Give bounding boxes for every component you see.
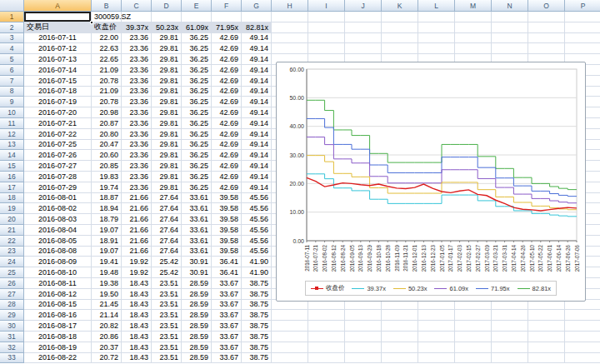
cell-G27[interactable]: 38.75 bbox=[242, 289, 272, 300]
cell-F2[interactable]: 71.95x bbox=[212, 22, 242, 33]
row-header-18[interactable]: 18 bbox=[0, 193, 24, 204]
row-header-22[interactable]: 22 bbox=[0, 236, 24, 247]
cell-N30[interactable] bbox=[492, 321, 528, 332]
cell-K33[interactable] bbox=[382, 353, 418, 364]
column-header-K[interactable]: K bbox=[382, 0, 418, 12]
cell-G33[interactable]: 38.75 bbox=[242, 353, 272, 364]
cell-B33[interactable]: 20.72 bbox=[92, 353, 122, 364]
cell-A22[interactable]: 2016-08-05 bbox=[24, 236, 92, 247]
column-header-J[interactable]: J bbox=[345, 0, 382, 12]
cell-E20[interactable]: 33.61 bbox=[182, 214, 212, 225]
cell-A32[interactable]: 2016-08-19 bbox=[24, 342, 92, 353]
row-header-5[interactable]: 5 bbox=[0, 54, 24, 65]
cell-A14[interactable]: 2016-07-26 bbox=[24, 150, 92, 161]
cell-I4[interactable] bbox=[308, 43, 345, 54]
cell-D33[interactable]: 23.51 bbox=[152, 353, 182, 364]
cell-C3[interactable]: 23.36 bbox=[122, 33, 152, 44]
cell-B31[interactable]: 20.86 bbox=[92, 332, 122, 342]
cell-D28[interactable]: 23.51 bbox=[152, 300, 182, 311]
cell-D2[interactable]: 50.23x bbox=[152, 22, 182, 33]
cell-B7[interactable]: 20.78 bbox=[92, 76, 122, 87]
cell-N1[interactable] bbox=[492, 12, 528, 22]
cell-G30[interactable]: 38.75 bbox=[242, 321, 272, 332]
cell-E17[interactable]: 36.25 bbox=[182, 182, 212, 193]
cell-C30[interactable]: 18.43 bbox=[122, 321, 152, 332]
cell-B3[interactable]: 22.00 bbox=[92, 33, 122, 44]
cell-D6[interactable]: 29.81 bbox=[152, 65, 182, 76]
cell-M29[interactable] bbox=[455, 310, 492, 321]
cell-F1[interactable] bbox=[212, 12, 242, 22]
column-header-E[interactable]: E bbox=[182, 0, 212, 12]
cell-B8[interactable]: 21.09 bbox=[92, 87, 122, 97]
row-header-32[interactable]: 32 bbox=[0, 342, 24, 353]
cell-K32[interactable] bbox=[382, 342, 418, 353]
row-header-6[interactable]: 6 bbox=[0, 65, 24, 76]
cell-C13[interactable]: 23.36 bbox=[122, 140, 152, 151]
cell-O31[interactable] bbox=[528, 332, 565, 342]
cell-C5[interactable]: 23.36 bbox=[122, 54, 152, 65]
cell-F19[interactable]: 39.58 bbox=[212, 203, 242, 214]
cell-I30[interactable] bbox=[308, 321, 345, 332]
cell-L29[interactable] bbox=[418, 310, 455, 321]
cell-D23[interactable]: 27.64 bbox=[152, 247, 182, 257]
cell-G21[interactable]: 45.56 bbox=[242, 225, 272, 236]
cell-D10[interactable]: 29.81 bbox=[152, 107, 182, 118]
column-header-G[interactable]: G bbox=[242, 0, 272, 12]
cell-A9[interactable]: 2016-07-19 bbox=[24, 97, 92, 107]
cell-E13[interactable]: 36.25 bbox=[182, 140, 212, 151]
cell-G13[interactable]: 49.14 bbox=[242, 140, 272, 151]
cell-K29[interactable] bbox=[382, 310, 418, 321]
cell-E9[interactable]: 36.25 bbox=[182, 97, 212, 107]
cell-O32[interactable] bbox=[528, 342, 565, 353]
cell-O4[interactable] bbox=[528, 43, 565, 54]
cell-G10[interactable]: 49.14 bbox=[242, 107, 272, 118]
column-header-B[interactable]: B bbox=[92, 0, 122, 12]
cell-L32[interactable] bbox=[418, 342, 455, 353]
cell-B27[interactable]: 19.50 bbox=[92, 289, 122, 300]
cell-D24[interactable]: 25.42 bbox=[152, 257, 182, 267]
cell-N3[interactable] bbox=[492, 33, 528, 44]
row-header-21[interactable]: 21 bbox=[0, 225, 24, 236]
cell-E22[interactable]: 33.61 bbox=[182, 236, 212, 247]
cell-F26[interactable]: 33.67 bbox=[212, 278, 242, 289]
cell-B1[interactable]: 300059.SZ bbox=[92, 12, 122, 22]
cell-C32[interactable]: 18.43 bbox=[122, 342, 152, 353]
cell-B19[interactable]: 18.94 bbox=[92, 203, 122, 214]
cell-B10[interactable]: 20.98 bbox=[92, 107, 122, 118]
cell-G14[interactable]: 49.14 bbox=[242, 150, 272, 161]
cell-E29[interactable]: 28.59 bbox=[182, 310, 212, 321]
cell-G20[interactable]: 45.56 bbox=[242, 214, 272, 225]
cell-L3[interactable] bbox=[418, 33, 455, 44]
cell-A6[interactable]: 2016-07-14 bbox=[24, 65, 92, 76]
cell-C18[interactable]: 21.66 bbox=[122, 193, 152, 204]
cell-A20[interactable]: 2016-08-03 bbox=[24, 214, 92, 225]
cell-A8[interactable]: 2016-07-18 bbox=[24, 87, 92, 97]
cell-E33[interactable]: 28.59 bbox=[182, 353, 212, 364]
cell-E6[interactable]: 36.25 bbox=[182, 65, 212, 76]
cell-G1[interactable] bbox=[242, 12, 272, 22]
cell-C4[interactable]: 23.36 bbox=[122, 43, 152, 54]
cell-M2[interactable] bbox=[455, 22, 492, 33]
cell-G28[interactable]: 38.75 bbox=[242, 300, 272, 311]
cell-B9[interactable]: 20.78 bbox=[92, 97, 122, 107]
cell-M30[interactable] bbox=[455, 321, 492, 332]
cell-C17[interactable]: 23.36 bbox=[122, 182, 152, 193]
cell-K30[interactable] bbox=[382, 321, 418, 332]
cell-G23[interactable]: 45.56 bbox=[242, 247, 272, 257]
cell-K3[interactable] bbox=[382, 33, 418, 44]
cell-B11[interactable]: 20.87 bbox=[92, 118, 122, 129]
cell-C10[interactable]: 23.36 bbox=[122, 107, 152, 118]
cell-F9[interactable]: 42.69 bbox=[212, 97, 242, 107]
cell-C9[interactable]: 23.36 bbox=[122, 97, 152, 107]
cell-O3[interactable] bbox=[528, 33, 565, 44]
cell-A10[interactable]: 2016-07-20 bbox=[24, 107, 92, 118]
cell-E30[interactable]: 28.59 bbox=[182, 321, 212, 332]
cell-F3[interactable]: 42.69 bbox=[212, 33, 242, 44]
row-header-29[interactable]: 29 bbox=[0, 310, 24, 321]
column-header-C[interactable]: C bbox=[122, 0, 152, 12]
cell-B21[interactable]: 19.07 bbox=[92, 225, 122, 236]
cell-A13[interactable]: 2016-07-25 bbox=[24, 140, 92, 151]
cell-B22[interactable]: 18.91 bbox=[92, 236, 122, 247]
column-header-D[interactable]: D bbox=[152, 0, 182, 12]
legend-item-82.81x[interactable]: 82.81x bbox=[518, 285, 552, 292]
